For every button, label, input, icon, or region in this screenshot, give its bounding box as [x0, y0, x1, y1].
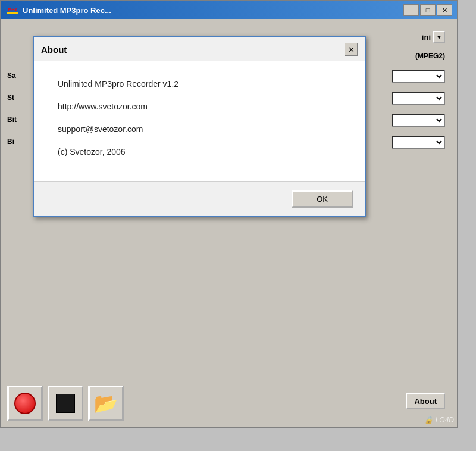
about-dialog: About ✕ Unlimited MP3pro Recorder v1.2 h…: [33, 36, 366, 217]
dialog-title: About: [41, 45, 67, 55]
email-line: support@svetozor.com: [58, 124, 341, 134]
dialog-title-bar: About ✕: [34, 37, 365, 61]
dialog-footer: OK: [34, 181, 365, 216]
website-line: http://www.svetozor.com: [58, 102, 341, 111]
dialog-close-button[interactable]: ✕: [345, 43, 358, 56]
app-name-line: Unlimited MP3pro Recorder v1.2: [58, 79, 341, 89]
dialog-overlay: About ✕ Unlimited MP3pro Recorder v1.2 h…: [0, 0, 476, 451]
dialog-body: Unlimited MP3pro Recorder v1.2 http://ww…: [34, 61, 365, 181]
ok-button[interactable]: OK: [292, 190, 353, 208]
copyright-line: (c) Svetozor, 2006: [58, 147, 341, 156]
